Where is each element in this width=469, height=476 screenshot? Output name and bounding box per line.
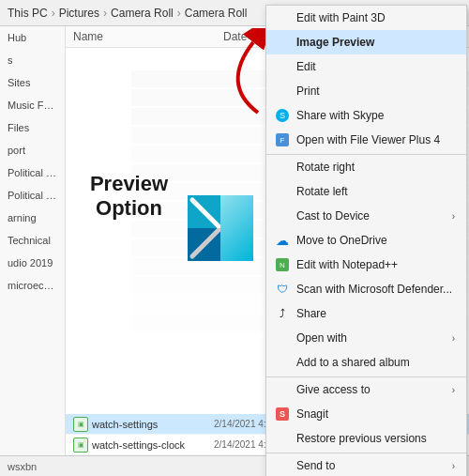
menu-item-open-fvp[interactable]: F Open with File Viewer Plus 4 [266,128,466,152]
submenu-arrow-icon: › [452,211,455,222]
rotate-left-icon [274,183,291,200]
menu-item-edit-paint3d[interactable]: Edit with Paint 3D [266,6,466,30]
print-icon [274,83,291,100]
rotate-right-icon [274,159,291,176]
menu-item-image-preview[interactable]: Image Preview [266,30,466,54]
menu-item-print[interactable]: Print [266,79,466,103]
menu-item-label: Restore previous versions [296,432,455,445]
share-icon: ⤴ [274,305,291,322]
sidebar-item-sites[interactable]: Sites [0,71,65,94]
sidebar-item-port[interactable]: port [0,139,65,161]
notepadpp-icon: N [274,256,291,273]
file-name: watch-settings-clock [92,439,214,451]
menu-item-label: Image Preview [296,36,455,49]
menu-item-label: Snagit [296,407,455,421]
status-text: wsxbn [8,461,37,472]
album-icon [274,354,291,371]
menu-item-rotate-left[interactable]: Rotate left [266,179,466,204]
image-preview-icon [274,34,291,51]
sidebar-item-s[interactable]: s [0,49,65,71]
svg-rect-3 [220,228,253,261]
sidebar-item-studio[interactable]: udio 2019 [0,252,65,274]
sidebar-item-music[interactable]: Music Folder [0,94,65,116]
submenu-arrow-icon: › [452,385,455,395]
submenu-arrow-icon: › [452,333,455,344]
sidebar-item-micro[interactable]: microeconom... [0,274,65,297]
breadcrumb-item[interactable]: This PC [8,7,48,20]
breadcrumb-item[interactable]: Camera Roll [185,7,248,20]
context-menu: Edit with Paint 3D Image Preview Edit Pr… [265,5,467,476]
menu-item-label: Print [296,84,455,98]
menu-item-rotate-right[interactable]: Rotate right [266,154,466,179]
give-access-icon [274,381,291,398]
svg-rect-2 [188,228,220,261]
menu-item-label: Rotate left [296,185,455,198]
file-name: watch-settings [92,419,214,430]
menu-item-add-shared-album[interactable]: Add to a shared album [266,350,466,375]
sidebar-item-polsci2[interactable]: Political Scien... [0,184,65,207]
menu-item-send-to[interactable]: Send to › [266,453,466,476]
sidebar-item-learning[interactable]: arning [0,207,65,229]
restore-icon [274,430,291,447]
menu-item-move-onedrive[interactable]: ☁ Move to OneDrive [266,228,466,253]
file-icon: ▣ [73,417,88,432]
menu-item-give-access[interactable]: Give access to › [266,376,466,402]
file-icon: ▣ [73,438,88,453]
menu-item-edit-notepad[interactable]: N Edit with Notepad++ [266,253,466,277]
menu-item-label: Edit with Notepad++ [296,258,455,271]
sidebar: Hub s Sites Music Folder Files port Poli… [0,26,66,476]
menu-item-label: Open with [296,331,452,345]
menu-item-label: Rotate right [296,161,455,174]
menu-item-label: Open with File Viewer Plus 4 [296,133,455,146]
menu-item-label: Share with Skype [296,109,455,122]
menu-item-snagit[interactable]: S Snagit [266,402,466,426]
sidebar-item-files[interactable]: Files [0,116,65,139]
column-name-header[interactable]: Name [73,30,223,43]
menu-item-label: Edit with Paint 3D [296,11,455,24]
svg-rect-1 [220,195,253,228]
menu-item-share-skype[interactable]: S Share with Skype [266,103,466,128]
skype-icon: S [274,107,291,124]
menu-item-label: Edit [296,60,455,73]
menu-item-cast-device[interactable]: Cast to Device › [266,204,466,228]
menu-item-label: Cast to Device [296,209,452,223]
menu-item-label: Add to a shared album [296,356,455,369]
menu-item-restore-versions[interactable]: Restore previous versions [266,426,466,451]
menu-item-share[interactable]: ⤴ Share [266,301,466,326]
submenu-arrow-icon: › [452,461,455,471]
menu-item-label: Share [296,307,455,320]
snagit-icon: S [274,406,291,422]
menu-item-scan-defender[interactable]: 🛡 Scan with Microsoft Defender... [266,277,466,301]
menu-item-open-with[interactable]: Open with › [266,326,466,350]
send-to-icon [274,457,291,474]
defender-icon: 🛡 [274,281,291,298]
menu-item-edit[interactable]: Edit [266,54,466,79]
breadcrumb-item[interactable]: Pictures [59,7,99,20]
breadcrumb-separator: › [103,7,107,20]
sidebar-item-technical[interactable]: Technical [0,229,65,252]
sidebar-item-polsci1[interactable]: Political Scien... [0,161,65,184]
breadcrumb-separator: › [52,7,55,20]
svg-line-4 [192,200,249,256]
fvp-icon: F [274,131,291,148]
cast-icon [274,207,291,224]
breadcrumb-separator: › [177,7,181,20]
edit-icon [274,58,291,75]
center-file-icon [188,195,253,261]
paint3d-icon [274,9,291,26]
menu-item-label: Move to OneDrive [296,234,455,247]
menu-item-label: Send to [296,459,452,472]
menu-item-label: Scan with Microsoft Defender... [296,283,455,296]
sidebar-item-hub[interactable]: Hub [0,26,65,49]
open-with-icon [274,330,291,346]
breadcrumb-item[interactable]: Camera Roll [111,7,174,20]
preview-option-label: PreviewOption [75,172,183,222]
onedrive-icon: ☁ [274,232,291,249]
menu-item-label: Give access to [296,383,452,396]
